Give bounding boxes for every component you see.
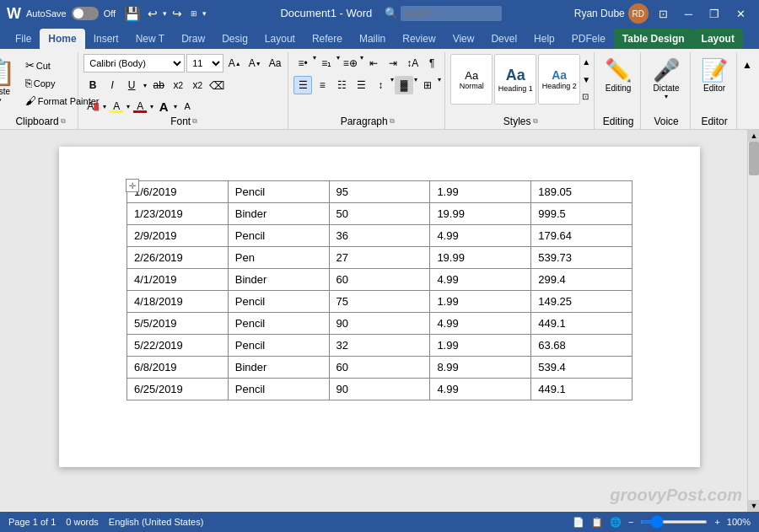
dictate-button[interactable]: 🎤 Dictate ▾	[646, 54, 686, 104]
read-mode-icon[interactable]: 📄	[573, 517, 584, 528]
tab-developer[interactable]: Devel	[482, 29, 525, 49]
decrease-indent-button[interactable]: ⇤	[364, 54, 383, 73]
shading-dropdown-icon[interactable]: ▾	[414, 76, 417, 94]
style-h1-item[interactable]: Aa Heading 1	[494, 54, 536, 105]
table-move-handle[interactable]: ✛	[126, 179, 139, 192]
show-hide-button[interactable]: ¶	[423, 54, 441, 73]
numbering-button[interactable]: ≡₁	[317, 54, 336, 73]
close-button[interactable]: ✕	[729, 4, 752, 24]
paste-button[interactable]: 📋 Paste ▾	[0, 54, 20, 108]
ribbon-display-button[interactable]: ⊡	[652, 4, 675, 24]
search-input[interactable]	[401, 6, 502, 21]
web-layout-icon[interactable]: 🌐	[610, 517, 622, 528]
clear-formatting-icon[interactable]: Aa	[266, 54, 284, 73]
zoom-minus-icon[interactable]: −	[628, 517, 633, 527]
font-size-bigger-dropdown-icon[interactable]: ▾	[174, 103, 177, 110]
clear-format-button[interactable]: ⌫	[207, 76, 226, 94]
align-center-button[interactable]: ≡	[313, 76, 331, 94]
table-cell-qty: 60	[329, 357, 430, 379]
paste-dropdown-icon[interactable]: ▾	[0, 96, 2, 105]
style-normal-item[interactable]: Aa Normal	[450, 54, 493, 105]
zoom-plus-icon[interactable]: +	[714, 517, 719, 527]
zoom-level[interactable]: 100%	[727, 517, 751, 527]
avatar[interactable]: RD	[628, 3, 649, 24]
tab-references[interactable]: Refere	[304, 29, 351, 49]
print-layout-icon[interactable]: 📋	[591, 517, 603, 528]
undo-icon[interactable]: ↩	[146, 5, 159, 22]
font-size-bigger-button[interactable]: A	[154, 97, 173, 116]
superscript-button[interactable]: x2	[188, 76, 207, 94]
zoom-slider[interactable]	[640, 520, 708, 524]
tab-help[interactable]: Help	[525, 29, 563, 49]
tab-layout2[interactable]: Layout	[693, 29, 743, 49]
restore-button[interactable]: ❐	[702, 4, 726, 24]
toolbar-more-icon[interactable]: ▾	[201, 8, 208, 19]
scroll-up-button[interactable]: ▲	[748, 130, 759, 142]
styles-expand-icon[interactable]: ⊡	[582, 92, 590, 101]
tab-pdfele[interactable]: PDFele	[563, 29, 614, 49]
tab-view[interactable]: View	[444, 29, 483, 49]
tab-draw[interactable]: Draw	[173, 29, 213, 49]
underline-dropdown-icon[interactable]: ▾	[142, 80, 148, 91]
dictate-dropdown-icon[interactable]: ▾	[665, 93, 668, 100]
multilevel-dropdown-icon[interactable]: ▾	[360, 54, 363, 73]
multilevel-button[interactable]: ≡⊕	[341, 54, 359, 73]
shading-button[interactable]: ▓	[395, 76, 413, 94]
bullets-button[interactable]: ≡•	[293, 54, 312, 73]
font-family-select[interactable]: Calibri (Body) Arial Times New Roman	[83, 54, 185, 73]
strikethrough-button[interactable]: ab	[149, 76, 168, 94]
styles-expand-label-icon[interactable]: ⧉	[533, 117, 538, 126]
autosave-toggle[interactable]	[72, 7, 99, 20]
style-h2-item[interactable]: Aa Heading 2	[538, 54, 580, 105]
justify-button[interactable]: ☰	[352, 76, 370, 94]
tab-insert[interactable]: Insert	[85, 29, 127, 49]
italic-button[interactable]: I	[103, 76, 121, 94]
tab-file[interactable]: File	[7, 29, 40, 49]
editor-button[interactable]: 📝 Editor	[696, 54, 733, 96]
font-expand-icon[interactable]: ⧉	[192, 117, 197, 126]
sort-button[interactable]: ↕A	[403, 54, 422, 73]
font-size-select[interactable]: 11 8910 12141618 24364872	[186, 54, 223, 73]
highlight-button[interactable]: A	[107, 97, 126, 116]
tab-home[interactable]: Home	[40, 29, 84, 49]
line-spacing-button[interactable]: ↕	[371, 76, 390, 94]
bullets-dropdown-icon[interactable]: ▾	[313, 54, 316, 73]
align-right-button[interactable]: ☷	[332, 76, 351, 94]
font-color-button[interactable]: A	[131, 97, 149, 116]
minimize-button[interactable]: ─	[678, 4, 699, 24]
styles-up-icon[interactable]: ▲	[582, 57, 590, 67]
save-icon[interactable]: 💾	[124, 6, 141, 22]
underline-button[interactable]: U	[122, 76, 141, 94]
subscript-button[interactable]: x2	[169, 76, 187, 94]
tab-design[interactable]: Desig	[213, 29, 256, 49]
scroll-down-button[interactable]: ▼	[748, 500, 759, 512]
bold-button[interactable]: B	[83, 76, 102, 94]
editing-button[interactable]: ✏️ Editing	[600, 54, 637, 96]
toolbar-dropdown-icon[interactable]: ⊞	[189, 8, 199, 19]
numbering-dropdown-icon[interactable]: ▾	[336, 54, 340, 73]
tab-review[interactable]: Review	[394, 29, 444, 49]
highlight-dropdown-icon[interactable]: ▾	[126, 103, 130, 110]
undo-dropdown-icon[interactable]: ▾	[161, 8, 169, 19]
line-spacing-dropdown-icon[interactable]: ▾	[390, 76, 394, 94]
tab-table-design[interactable]: Table Design	[614, 29, 693, 49]
borders-dropdown-icon[interactable]: ▾	[438, 76, 441, 94]
tab-layout[interactable]: Layout	[256, 29, 304, 49]
text-effects-button[interactable]: A▓	[83, 97, 102, 116]
font-size-smaller-button[interactable]: A	[178, 97, 196, 116]
font-size-down-icon[interactable]: A▼	[245, 54, 264, 73]
text-effects-dropdown-icon[interactable]: ▾	[103, 103, 106, 110]
borders-button[interactable]: ⊞	[418, 76, 437, 94]
font-size-up-icon[interactable]: A▲	[225, 54, 244, 73]
increase-indent-button[interactable]: ⇥	[384, 54, 402, 73]
redo-icon[interactable]: ↪	[170, 5, 184, 22]
ribbon-collapse-icon[interactable]: ▲	[739, 56, 756, 74]
styles-down-icon[interactable]: ▼	[582, 75, 590, 84]
paragraph-expand-icon[interactable]: ⧉	[390, 117, 395, 126]
align-left-button[interactable]: ☰	[293, 76, 312, 94]
tab-newt[interactable]: New T	[127, 29, 173, 49]
scroll-thumb[interactable]	[749, 142, 759, 175]
font-color-dropdown-icon[interactable]: ▾	[150, 103, 153, 110]
tab-mailings[interactable]: Mailin	[351, 29, 394, 49]
clipboard-expand-icon[interactable]: ⧉	[61, 117, 66, 126]
